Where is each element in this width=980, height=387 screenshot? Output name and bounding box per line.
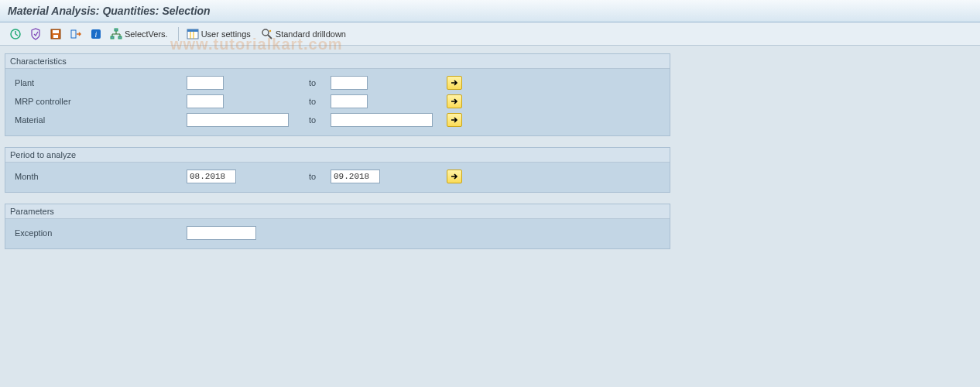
user-settings-label: User settings [201,29,251,39]
month-from-input[interactable] [187,170,236,183]
material-label: Material [10,115,187,125]
row-month: Month to [10,167,665,186]
execute-icon [9,28,22,40]
svg-point-16 [262,29,269,36]
svg-line-2 [15,34,18,36]
month-multiple-selection-button[interactable] [447,170,462,183]
svg-point-18 [269,29,271,31]
info-icon: i [90,28,102,40]
svg-rect-6 [71,30,76,38]
goto-icon [70,28,82,40]
svg-rect-4 [53,30,59,33]
arrow-right-icon [450,78,459,87]
group-parameters: Parameters Exception [5,204,670,249]
mrp-label: MRP controller [10,97,187,106]
select-vers-label: SelectVers. [125,29,168,39]
tool-icon [29,28,42,40]
exception-input[interactable] [187,226,256,240]
plant-from-input[interactable] [187,76,224,90]
main-area: Characteristics Plant to MRP controller … [0,46,980,268]
plant-multiple-selection-button[interactable] [447,76,462,90]
svg-line-17 [268,35,272,39]
material-multiple-selection-button[interactable] [447,113,462,127]
mrp-multiple-selection-button[interactable] [447,94,462,108]
table-settings-icon [187,28,199,40]
row-mrp: MRP controller to [10,92,665,111]
execute-button[interactable] [6,26,25,43]
drilldown-icon [261,28,273,40]
svg-rect-5 [53,35,58,38]
material-to-input[interactable] [331,113,433,127]
svg-rect-9 [115,29,118,31]
save-icon [50,28,62,40]
group-characteristics: Characteristics Plant to MRP controller … [5,53,670,136]
row-material: Material to [10,111,665,129]
title-bar: Material Analysis: Quantities: Selection [0,0,980,22]
select-vers-button[interactable]: SelectVers. [107,26,173,43]
group-period-title: Period to analyze [5,148,670,163]
month-to-label: to [309,172,331,181]
page-title: Material Analysis: Quantities: Selection [8,5,972,17]
row-exception: Exception [10,224,665,242]
material-from-input[interactable] [187,113,289,127]
standard-drilldown-label: Standard drilldown [276,29,346,39]
svg-rect-11 [118,36,122,39]
goto-button[interactable] [67,26,85,43]
user-settings-button[interactable]: User settings [183,26,256,43]
hierarchy-icon [110,28,122,40]
plant-to-label: to [309,78,331,87]
group-characteristics-title: Characteristics [5,54,670,69]
arrow-right-icon [450,115,459,125]
standard-drilldown-button[interactable]: Standard drilldown [258,26,351,43]
toolbar: i SelectVers. User settings Standard dri… [0,22,980,46]
mrp-to-input[interactable] [331,94,368,108]
svg-rect-10 [111,36,114,39]
plant-label: Plant [10,78,187,87]
arrow-right-icon [450,97,459,106]
execute-print-button[interactable] [26,26,45,43]
mrp-to-label: to [309,97,331,106]
svg-rect-13 [187,29,198,32]
plant-to-input[interactable] [331,76,368,90]
toolbar-separator [178,27,179,41]
month-label: Month [10,172,187,181]
group-period: Period to analyze Month to [5,147,670,193]
arrow-right-icon [450,172,459,181]
material-to-label: to [309,115,331,125]
exception-label: Exception [10,228,187,238]
group-parameters-title: Parameters [5,204,670,219]
svg-text:i: i [95,30,98,39]
save-button[interactable] [46,26,65,43]
month-to-input[interactable] [331,170,380,183]
mrp-from-input[interactable] [187,94,224,108]
row-plant: Plant to [10,74,665,92]
info-button[interactable]: i [87,26,105,43]
